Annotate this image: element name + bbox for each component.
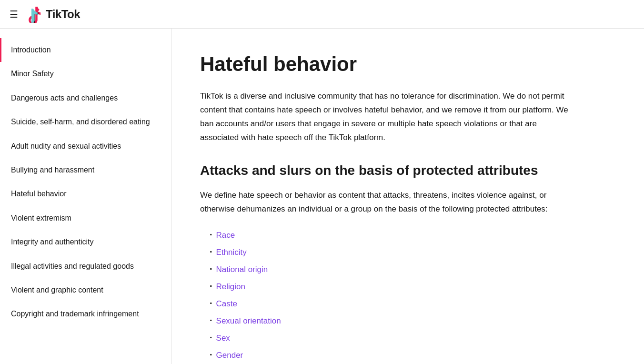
list-item: Sexual orientation (210, 312, 572, 329)
list-item: Race (210, 226, 572, 243)
sidebar-item-copyright[interactable]: Copyright and trademark infringement (0, 302, 171, 326)
sidebar-item-minor-safety[interactable]: Minor Safety (0, 62, 171, 86)
sidebar-item-dangerous-acts[interactable]: Dangerous acts and challenges (0, 86, 171, 110)
logo-wrapper[interactable]: TikTok (26, 6, 80, 23)
logo-text: TikTok (46, 8, 80, 21)
sidebar-item-introduction[interactable]: Introduction (0, 38, 171, 62)
main-content: Hateful behavior TikTok is a diverse and… (171, 29, 600, 364)
header: ☰ TikTok (0, 0, 644, 29)
sidebar-item-adult-nudity[interactable]: Adult nudity and sexual activities (0, 134, 171, 158)
layout: IntroductionMinor SafetyDangerous acts a… (0, 29, 644, 364)
sidebar-item-violent-graphic[interactable]: Violent and graphic content (0, 278, 171, 302)
page-title: Hateful behavior (200, 52, 572, 76)
intro-text: TikTok is a diverse and inclusive commun… (200, 91, 568, 142)
list-item: Caste (210, 294, 572, 312)
sidebar-item-suicide-self-harm[interactable]: Suicide, self-harm, and disordered eatin… (0, 110, 171, 134)
hamburger-icon[interactable]: ☰ (10, 9, 18, 20)
protected-attributes-list: RaceEthnicityNational originReligionCast… (200, 226, 572, 364)
list-item: Gender (210, 346, 572, 363)
sidebar-item-hateful-behavior[interactable]: Hateful behavior (0, 182, 171, 206)
list-item: National origin (210, 260, 572, 277)
section1-title: Attacks and slurs on the basis of protec… (200, 162, 572, 179)
list-item: Sex (210, 329, 572, 346)
sidebar: IntroductionMinor SafetyDangerous acts a… (0, 29, 171, 364)
intro-paragraph: TikTok is a diverse and inclusive commun… (200, 90, 572, 145)
section1-paragraph: We define hate speech or behavior as con… (200, 189, 572, 216)
sidebar-item-violent-extremism[interactable]: Violent extremism (0, 206, 171, 230)
sidebar-item-bullying[interactable]: Bullying and harassment (0, 158, 171, 182)
list-item: Religion (210, 277, 572, 294)
list-item: Ethnicity (210, 243, 572, 260)
sidebar-item-integrity[interactable]: Integrity and authenticity (0, 230, 171, 254)
tiktok-logo-icon (26, 6, 43, 23)
sidebar-item-illegal-activities[interactable]: Illegal activities and regulated goods (0, 254, 171, 278)
